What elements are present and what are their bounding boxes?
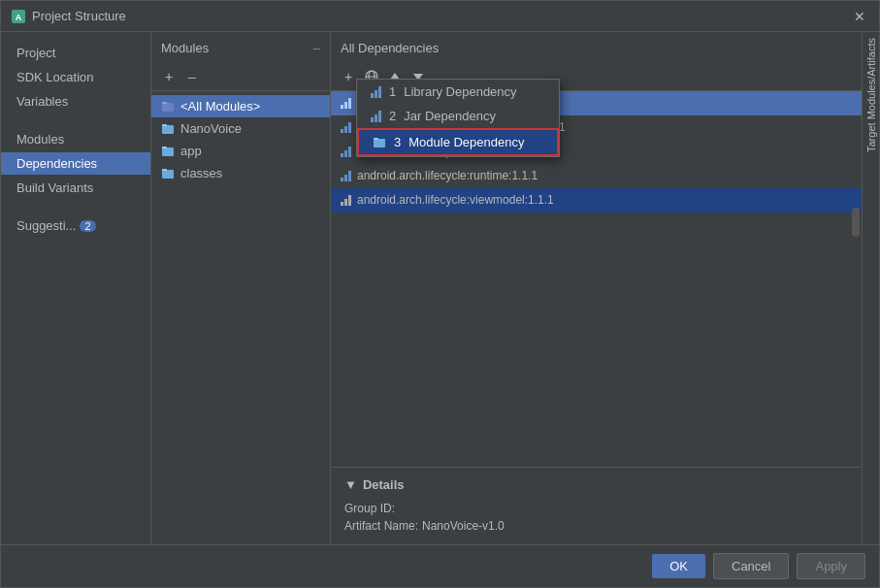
main-content: Project SDK Location Variables Modules D…: [1, 32, 879, 544]
dropdown-item-module[interactable]: 3 Module Dependency: [357, 128, 559, 156]
dep-bar-icon: [341, 121, 351, 133]
dep-bar-icon: [341, 97, 351, 109]
deps-panel-header: All Dependencies: [331, 32, 862, 63]
dep-label: android.arch.lifecycle:runtime:1.1.1: [357, 169, 538, 182]
dep-item-runtime[interactable]: android.arch.lifecycle:runtime:1.1.1: [331, 164, 862, 188]
title-bar-left: A Project Structure: [11, 9, 126, 24]
module-item-nanovoice[interactable]: NanoVoice: [151, 117, 330, 140]
modules-panel-header: Modules –: [151, 32, 330, 63]
details-header: ▼ Details: [344, 477, 848, 492]
dropdown-item-num: 3: [394, 135, 401, 149]
bottom-bar: OK Cancel Apply: [1, 544, 879, 587]
svg-rect-5: [162, 124, 167, 126]
sidebar-item-sdk-location[interactable]: SDK Location: [1, 66, 150, 88]
dep-bar-icon: [341, 194, 351, 206]
close-button[interactable]: ✕: [850, 7, 869, 26]
folder-module-icon: [161, 100, 175, 114]
dialog-title: Project Structure: [32, 9, 126, 23]
module-label: classes: [180, 166, 222, 180]
dropdown-item-label: Module Dependency: [408, 135, 524, 149]
folder-icon: [161, 145, 175, 158]
svg-rect-7: [162, 147, 167, 148]
modules-collapse-btn[interactable]: –: [313, 41, 320, 55]
details-title: Details: [363, 477, 405, 492]
jar-dep-icon: [371, 111, 381, 122]
sidebar-item-suggestions[interactable]: Suggesti... 2: [1, 214, 150, 237]
dropdown-item-library[interactable]: 1 Library Dependency: [357, 80, 559, 104]
dropdown-item-jar[interactable]: 2 Jar Dependency: [357, 104, 559, 128]
dep-label: android.arch.lifecycle:viewmodel:1.1.1: [357, 193, 554, 207]
suggestions-badge: 2: [80, 220, 95, 232]
sidebar-item-variables[interactable]: Variables: [1, 90, 150, 113]
details-group-id-row: Group ID:: [344, 500, 848, 517]
app-icon: A: [11, 9, 26, 24]
details-artifact-row: Artifact Name: NanoVoice-v1.0: [344, 517, 848, 535]
deps-panel: All Dependencies +: [331, 32, 862, 544]
svg-text:A: A: [16, 12, 22, 21]
module-label: <All Modules>: [180, 99, 260, 114]
scrollbar-thumb[interactable]: [852, 208, 860, 237]
sidebar-item-modules[interactable]: Modules: [1, 128, 150, 150]
svg-rect-15: [374, 139, 385, 147]
apply-button[interactable]: Apply: [797, 553, 865, 579]
deps-add-btn[interactable]: +: [339, 67, 358, 86]
dep-bar-icon: [341, 146, 351, 157]
left-sidebar: Project SDK Location Variables Modules D…: [1, 32, 151, 544]
details-section: ▼ Details Group ID: Artifact Name: NanoV…: [331, 467, 862, 544]
svg-rect-6: [162, 147, 174, 156]
modules-panel-title: Modules: [161, 41, 209, 55]
sidebar-item-dependencies[interactable]: Dependencies: [1, 152, 150, 175]
module-item-app[interactable]: app: [151, 140, 330, 162]
module-icon: [161, 122, 175, 136]
cancel-button[interactable]: Cancel: [713, 553, 789, 579]
project-structure-dialog: A Project Structure ✕ Project SDK Locati…: [0, 0, 880, 588]
modules-toolbar: + –: [151, 63, 330, 91]
module-list: <All Modules> NanoVoice app: [151, 91, 330, 544]
dropdown-item-label: Library Dependency: [404, 84, 516, 99]
right-tab-label[interactable]: Target Modules/Artifacts: [864, 32, 879, 158]
svg-rect-16: [374, 138, 378, 140]
modules-panel: Modules – + – <All Modules>: [151, 32, 331, 544]
ok-button[interactable]: OK: [652, 554, 705, 578]
dropdown-item-num: 1: [389, 84, 396, 99]
svg-rect-2: [162, 103, 174, 112]
dep-bar-icon: [341, 170, 351, 181]
deps-panel-title: All Dependencies: [341, 41, 439, 55]
group-id-label: Group ID:: [344, 502, 395, 515]
folder2-icon: [161, 167, 175, 180]
module-label: app: [180, 144, 202, 158]
dropdown-item-num: 2: [389, 109, 396, 123]
artifact-name-value: NanoVoice-v1.0: [422, 519, 505, 533]
svg-rect-8: [162, 170, 174, 179]
artifact-name-label: Artifact Name:: [344, 519, 418, 533]
right-tab-strip: Target Modules/Artifacts: [862, 32, 879, 544]
module-dep-icon: [373, 136, 386, 149]
title-bar: A Project Structure ✕: [1, 1, 879, 32]
svg-rect-3: [162, 102, 167, 104]
svg-rect-9: [162, 169, 167, 171]
library-dep-icon: [371, 86, 381, 98]
dep-item-viewmodel[interactable]: android.arch.lifecycle:viewmodel:1.1.1: [331, 188, 862, 212]
svg-rect-4: [162, 125, 174, 134]
dropdown-item-label: Jar Dependency: [404, 109, 496, 123]
module-item-all-modules[interactable]: <All Modules>: [151, 95, 330, 117]
modules-remove-btn[interactable]: –: [182, 67, 202, 86]
add-dependency-dropdown: 1 Library Dependency 2 Jar Dependency: [356, 79, 560, 157]
module-label: NanoVoice: [180, 121, 242, 136]
module-item-classes[interactable]: classes: [151, 162, 330, 184]
sidebar-item-project[interactable]: Project: [1, 42, 150, 64]
modules-add-btn[interactable]: +: [159, 67, 179, 86]
sidebar-item-build-variants[interactable]: Build Variants: [1, 177, 150, 199]
